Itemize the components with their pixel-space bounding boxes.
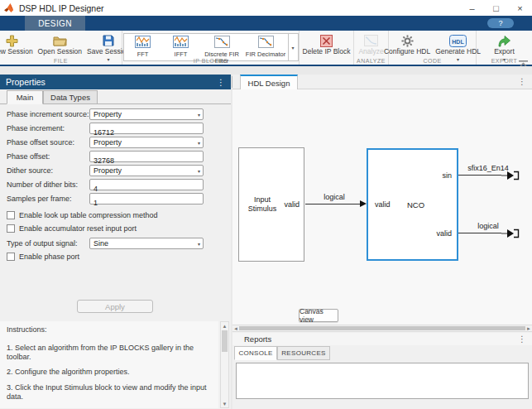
reports-menu-icon[interactable]: ⋮	[518, 334, 526, 344]
design-tab-bar: HDL Design ⋮	[232, 75, 532, 89]
app-window: DSP HDL IP Designer – □ × DESIGN ? New S…	[0, 0, 532, 409]
canvas-view-button[interactable]: Canvas view	[299, 309, 338, 322]
chevron-down-icon: ▾	[198, 140, 200, 146]
wire-label-logical: logical	[309, 193, 359, 201]
dither-source-select[interactable]: Property ▾	[89, 165, 204, 176]
gallery-expand-button[interactable]: ▾	[288, 34, 298, 60]
close-button[interactable]: ×	[508, 0, 532, 16]
output-port-terminator-icon	[501, 170, 520, 181]
hdl-design-canvas[interactable]: Input Stimulus valid logical valid NCO s…	[232, 89, 532, 325]
scroll-down-icon[interactable]: ▼	[221, 400, 228, 407]
configure-hdl-button[interactable]: Configure HDL	[381, 32, 433, 57]
phase-increment-source-select[interactable]: Property ▾	[89, 108, 204, 120]
tab-console[interactable]: CONSOLE	[234, 346, 277, 360]
gallery-item-ifft[interactable]: IFFT	[162, 34, 200, 60]
gallery-item-fft[interactable]: FFT	[124, 34, 162, 60]
wire-valid-output[interactable]	[458, 233, 501, 233]
tab-hdl-design[interactable]: HDL Design	[240, 75, 298, 89]
wire-stimulus-to-nco[interactable]	[305, 204, 361, 204]
nco-block[interactable]: valid NCO sin valid	[367, 148, 458, 261]
folder-icon	[53, 33, 67, 48]
nco-valid-out-port: valid	[436, 229, 452, 238]
ifft-icon	[173, 36, 189, 51]
apply-button[interactable]: Apply	[77, 300, 153, 313]
enable-phase-port-checkbox[interactable]	[7, 253, 15, 261]
analyze-plot-icon	[364, 33, 378, 48]
design-menu-icon[interactable]: ⋮	[518, 77, 526, 86]
title-bar: DSP HDL IP Designer – □ ×	[0, 0, 532, 16]
console-output-area[interactable]	[236, 363, 529, 399]
phase-offset-input[interactable]	[90, 156, 203, 166]
field-type-of-output-signal: Type of output signal: Sine ▾	[0, 236, 231, 250]
collapse-ribbon-icon[interactable]	[519, 55, 528, 62]
wire-sin-output[interactable]	[458, 175, 501, 176]
delete-ip-block-button[interactable]: Delete IP Block	[300, 32, 353, 57]
input-stimulus-block[interactable]: Input Stimulus valid	[238, 147, 304, 262]
scrollbar-thumb[interactable]	[239, 326, 525, 330]
properties-form: Phase increment source: Property ▾ Phase…	[0, 107, 231, 263]
output-signal-type-select[interactable]: Sine ▾	[89, 238, 204, 249]
nco-sin-port: sin	[442, 171, 452, 180]
instruction-step: 2. Configure the algorithm properties.	[7, 368, 215, 377]
delete-x-icon	[320, 33, 333, 48]
toolstrip: New Session Open Session Save Session ▾ …	[0, 31, 532, 66]
field-dither-source: Dither source: Property ▾	[0, 163, 231, 177]
wire-arrowhead-icon	[360, 200, 367, 207]
phase-offset-input-wrap	[89, 151, 204, 162]
export-arrow-icon	[497, 33, 511, 48]
fir-decimator-icon	[258, 36, 274, 51]
maximize-button[interactable]: □	[484, 0, 508, 16]
phase-increment-input[interactable]	[90, 128, 203, 137]
properties-tab-bar: Main Data Types	[0, 90, 231, 104]
output-port-terminator-icon	[501, 228, 520, 239]
instructions-text: Instructions: 1. Select an algorithm fro…	[0, 321, 218, 408]
field-phase-offset-source: Phase offset source: Property ▾	[0, 135, 231, 149]
gallery-item-fir-decimator[interactable]: FIR Decimator	[244, 34, 288, 60]
tab-main[interactable]: Main	[7, 90, 43, 104]
window-title: DSP HDL IP Designer	[19, 3, 104, 13]
properties-menu-icon[interactable]: ⋮	[217, 78, 225, 87]
accumulator-reset-checkbox[interactable]	[7, 224, 15, 233]
canvas-horizontal-scrollbar[interactable]: ◄ ►	[232, 325, 532, 332]
plus-icon	[6, 33, 18, 48]
tab-design[interactable]: DESIGN	[25, 16, 85, 31]
lut-compression-checkbox[interactable]	[7, 211, 15, 219]
code-section: Configure HDL HDL Generate HDL ▾ CODE	[389, 31, 477, 65]
ribbon-tab-bar: DESIGN ?	[0, 16, 532, 31]
samples-per-frame-input-wrap	[89, 193, 204, 204]
floppy-disk-icon	[103, 33, 114, 48]
export-section: Export ▾ EXPORT	[477, 31, 532, 65]
ip-blocks-gallery: FFT IFFT Discrete FIR Filter	[123, 33, 299, 61]
analyze-section-label: ANALYZE	[354, 58, 388, 64]
phase-offset-source-select[interactable]: Property ▾	[89, 137, 204, 148]
samples-per-frame-input[interactable]	[90, 198, 203, 208]
minimize-button[interactable]: –	[460, 0, 484, 16]
file-section-label: FILE	[0, 58, 122, 64]
help-button[interactable]: ?	[487, 18, 514, 28]
scroll-up-icon[interactable]: ▲	[221, 322, 228, 330]
reports-header: Reports ⋮	[232, 333, 532, 345]
field-phase-offset: Phase offset:	[0, 149, 231, 163]
instruction-step: 3. Click the Input Stimulus block to vie…	[7, 383, 215, 402]
checkbox-row-accumulator-reset: Enable accumulator reset input port	[0, 222, 231, 235]
checkbox-row-lut-compression: Enable look up table compression method	[0, 209, 231, 222]
tab-resources[interactable]: RESOURCES	[277, 346, 330, 360]
scroll-right-icon[interactable]: ►	[525, 325, 532, 331]
scroll-left-icon[interactable]: ◄	[232, 325, 239, 331]
chevron-down-icon: ▾	[198, 168, 200, 174]
scrollbar-thumb[interactable]	[222, 330, 228, 352]
matlab-logo-icon	[4, 3, 15, 13]
gallery-item-discrete-fir-filter[interactable]: Discrete FIR Filter	[200, 34, 244, 60]
new-session-button[interactable]: New Session	[0, 32, 36, 57]
input-stimulus-valid-port: valid	[284, 200, 300, 209]
tab-data-types[interactable]: Data Types	[43, 90, 98, 104]
fft-icon	[135, 36, 151, 51]
gear-icon	[401, 33, 414, 48]
open-session-button[interactable]: Open Session	[36, 32, 84, 57]
instructions-scrollbar[interactable]: ▲ ▼	[220, 321, 229, 408]
field-phase-increment: Phase increment:	[0, 121, 231, 135]
checkbox-row-enable-phase-port: Enable phase port	[0, 250, 231, 263]
dither-bits-input[interactable]	[90, 184, 203, 194]
field-samples-per-frame: Samples per frame:	[0, 191, 231, 205]
properties-title: Properties	[6, 77, 46, 87]
